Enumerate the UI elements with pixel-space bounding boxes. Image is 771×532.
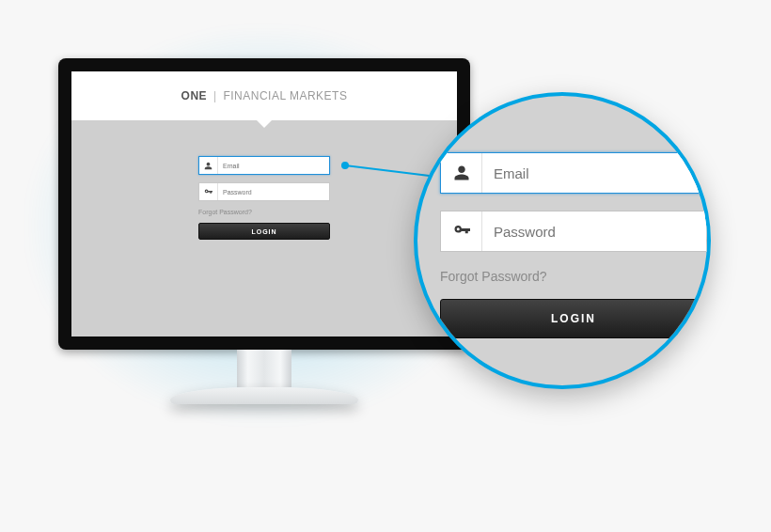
screen: ONE | FINANCIAL MARKETS: [71, 71, 457, 336]
login-button[interactable]: LOGIN: [198, 223, 330, 240]
login-button-zoom[interactable]: LOGIN: [440, 299, 707, 338]
email-input[interactable]: [218, 157, 329, 174]
brand-separator: |: [213, 89, 217, 102]
monitor-neck: [237, 350, 291, 387]
monitor-base: [170, 387, 358, 404]
key-icon: [199, 183, 218, 200]
zoom-circle: Forgot Password? LOGIN: [414, 92, 711, 389]
email-input-zoom[interactable]: [482, 153, 706, 193]
brand-logo: ONE | FINANCIAL MARKETS: [181, 89, 348, 102]
monitor-bezel: ONE | FINANCIAL MARKETS: [58, 58, 470, 350]
password-input-zoom[interactable]: [482, 211, 706, 251]
brand-one: ONE: [181, 89, 208, 102]
password-input[interactable]: [218, 183, 329, 200]
email-row: [198, 156, 330, 175]
brand-rest: FINANCIAL MARKETS: [223, 89, 347, 102]
password-row-zoom: [440, 211, 707, 252]
password-row: [198, 182, 330, 201]
forgot-password-link[interactable]: Forgot Password?: [198, 209, 330, 215]
login-form-small: Forgot Password? LOGIN: [198, 156, 330, 240]
header-notch: [257, 120, 272, 128]
header-bar: ONE | FINANCIAL MARKETS: [71, 71, 457, 120]
forgot-password-link-zoom[interactable]: Forgot Password?: [440, 269, 707, 284]
user-icon: [441, 153, 482, 193]
user-icon: [199, 157, 218, 174]
key-icon: [441, 211, 482, 251]
login-form-zoom: Forgot Password? LOGIN: [440, 152, 707, 338]
monitor-mockup: ONE | FINANCIAL MARKETS: [58, 58, 470, 404]
email-row-zoom: [440, 152, 707, 194]
